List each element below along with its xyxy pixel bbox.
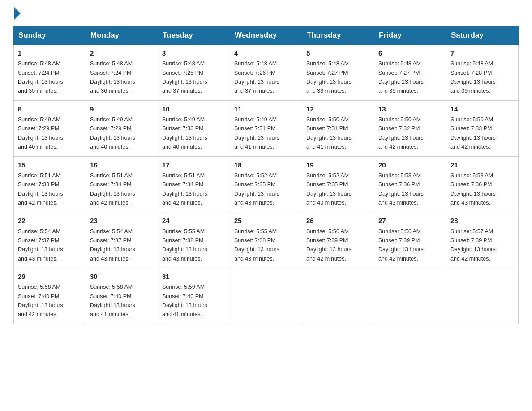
header-friday: Friday [374,26,446,45]
day-number: 18 [234,160,298,170]
day-info: Sunrise: 5:56 AMSunset: 7:39 PMDaylight:… [306,228,352,262]
day-number: 31 [162,271,226,282]
calendar-week-row: 29Sunrise: 5:58 AMSunset: 7:40 PMDayligh… [14,268,519,324]
day-info: Sunrise: 5:49 AMSunset: 7:30 PMDaylight:… [162,116,207,150]
day-number: 20 [378,160,442,170]
calendar-cell: 8Sunrise: 5:49 AMSunset: 7:29 PMDaylight… [14,100,86,156]
day-info: Sunrise: 5:54 AMSunset: 7:37 PMDaylight:… [18,228,63,262]
day-info: Sunrise: 5:52 AMSunset: 7:35 PMDaylight:… [306,172,352,206]
calendar-week-row: 8Sunrise: 5:49 AMSunset: 7:29 PMDaylight… [14,100,519,156]
calendar-cell: 1Sunrise: 5:48 AMSunset: 7:24 PMDaylight… [14,45,86,101]
calendar-cell: 3Sunrise: 5:48 AMSunset: 7:25 PMDaylight… [158,45,230,101]
calendar-week-row: 22Sunrise: 5:54 AMSunset: 7:37 PMDayligh… [14,212,519,268]
day-number: 24 [162,215,226,226]
calendar-cell: 25Sunrise: 5:55 AMSunset: 7:38 PMDayligh… [230,212,302,268]
day-info: Sunrise: 5:55 AMSunset: 7:38 PMDaylight:… [162,228,207,262]
day-info: Sunrise: 5:58 AMSunset: 7:40 PMDaylight:… [18,284,63,317]
day-info: Sunrise: 5:48 AMSunset: 7:27 PMDaylight:… [378,60,424,94]
day-number: 5 [306,48,370,58]
day-info: Sunrise: 5:51 AMSunset: 7:34 PMDaylight:… [162,172,207,206]
day-info: Sunrise: 5:48 AMSunset: 7:28 PMDaylight:… [450,60,496,94]
day-info: Sunrise: 5:48 AMSunset: 7:24 PMDaylight:… [18,60,63,94]
calendar-cell: 6Sunrise: 5:48 AMSunset: 7:27 PMDaylight… [374,45,446,101]
day-info: Sunrise: 5:53 AMSunset: 7:36 PMDaylight:… [378,172,424,206]
day-number: 7 [450,48,514,58]
calendar-cell: 18Sunrise: 5:52 AMSunset: 7:35 PMDayligh… [230,156,302,212]
day-number: 3 [162,48,226,58]
calendar-cell: 2Sunrise: 5:48 AMSunset: 7:24 PMDaylight… [86,45,158,101]
calendar-cell: 28Sunrise: 5:57 AMSunset: 7:39 PMDayligh… [446,212,519,268]
day-info: Sunrise: 5:55 AMSunset: 7:38 PMDaylight:… [234,228,279,262]
calendar-cell: 4Sunrise: 5:48 AMSunset: 7:26 PMDaylight… [230,45,302,101]
calendar-cell: 14Sunrise: 5:50 AMSunset: 7:33 PMDayligh… [446,100,519,156]
day-info: Sunrise: 5:48 AMSunset: 7:24 PMDaylight:… [90,60,135,94]
calendar-cell: 9Sunrise: 5:49 AMSunset: 7:29 PMDaylight… [86,100,158,156]
day-info: Sunrise: 5:56 AMSunset: 7:39 PMDaylight:… [378,228,424,262]
calendar-cell: 12Sunrise: 5:50 AMSunset: 7:31 PMDayligh… [302,100,374,156]
header-monday: Monday [86,26,158,45]
day-info: Sunrise: 5:58 AMSunset: 7:40 PMDaylight:… [90,284,135,317]
calendar-cell: 22Sunrise: 5:54 AMSunset: 7:37 PMDayligh… [14,212,86,268]
day-info: Sunrise: 5:49 AMSunset: 7:29 PMDaylight:… [90,116,135,150]
calendar-cell: 13Sunrise: 5:50 AMSunset: 7:32 PMDayligh… [374,100,446,156]
day-info: Sunrise: 5:50 AMSunset: 7:33 PMDaylight:… [450,116,496,150]
calendar-cell [302,268,374,324]
calendar-cell: 5Sunrise: 5:48 AMSunset: 7:27 PMDaylight… [302,45,374,101]
header-thursday: Thursday [302,26,374,45]
day-number: 22 [18,215,82,226]
calendar-week-row: 15Sunrise: 5:51 AMSunset: 7:33 PMDayligh… [14,156,519,212]
calendar-cell: 11Sunrise: 5:49 AMSunset: 7:31 PMDayligh… [230,100,302,156]
day-number: 6 [378,48,442,58]
day-info: Sunrise: 5:50 AMSunset: 7:32 PMDaylight:… [378,116,424,150]
day-info: Sunrise: 5:57 AMSunset: 7:39 PMDaylight:… [450,228,496,262]
day-number: 11 [234,104,298,114]
day-info: Sunrise: 5:53 AMSunset: 7:36 PMDaylight:… [450,172,496,206]
calendar-cell: 27Sunrise: 5:56 AMSunset: 7:39 PMDayligh… [374,212,446,268]
calendar-cell: 31Sunrise: 5:59 AMSunset: 7:40 PMDayligh… [158,268,230,324]
calendar-cell: 21Sunrise: 5:53 AMSunset: 7:36 PMDayligh… [446,156,519,212]
calendar-cell: 24Sunrise: 5:55 AMSunset: 7:38 PMDayligh… [158,212,230,268]
day-info: Sunrise: 5:48 AMSunset: 7:25 PMDaylight:… [162,60,207,94]
calendar-header-row: SundayMondayTuesdayWednesdayThursdayFrid… [14,26,519,45]
day-number: 9 [90,104,154,114]
calendar-cell [374,268,446,324]
day-number: 8 [18,104,82,114]
calendar-cell: 10Sunrise: 5:49 AMSunset: 7:30 PMDayligh… [158,100,230,156]
day-number: 17 [162,160,226,170]
day-number: 28 [450,215,514,226]
calendar-cell [230,268,302,324]
day-info: Sunrise: 5:59 AMSunset: 7:40 PMDaylight:… [162,284,207,317]
day-number: 25 [234,215,298,226]
logo [13,9,21,18]
day-number: 19 [306,160,370,170]
calendar-table: SundayMondayTuesdayWednesdayThursdayFrid… [13,26,519,324]
day-info: Sunrise: 5:48 AMSunset: 7:26 PMDaylight:… [234,60,279,94]
day-number: 10 [162,104,226,114]
header-tuesday: Tuesday [158,26,230,45]
day-number: 23 [90,215,154,226]
day-number: 12 [306,104,370,114]
day-number: 16 [90,160,154,170]
day-info: Sunrise: 5:51 AMSunset: 7:34 PMDaylight:… [90,172,135,206]
calendar-cell: 15Sunrise: 5:51 AMSunset: 7:33 PMDayligh… [14,156,86,212]
day-number: 27 [378,215,442,226]
calendar-cell: 26Sunrise: 5:56 AMSunset: 7:39 PMDayligh… [302,212,374,268]
calendar-cell [446,268,519,324]
day-number: 29 [18,271,82,282]
day-number: 26 [306,215,370,226]
calendar-cell: 20Sunrise: 5:53 AMSunset: 7:36 PMDayligh… [374,156,446,212]
day-number: 2 [90,48,154,58]
day-info: Sunrise: 5:49 AMSunset: 7:29 PMDaylight:… [18,116,63,150]
day-info: Sunrise: 5:48 AMSunset: 7:27 PMDaylight:… [306,60,352,94]
header-saturday: Saturday [446,26,519,45]
day-info: Sunrise: 5:50 AMSunset: 7:31 PMDaylight:… [306,116,352,150]
day-info: Sunrise: 5:52 AMSunset: 7:35 PMDaylight:… [234,172,279,206]
calendar-cell: 23Sunrise: 5:54 AMSunset: 7:37 PMDayligh… [86,212,158,268]
day-number: 21 [450,160,514,170]
day-number: 14 [450,104,514,114]
calendar-cell: 19Sunrise: 5:52 AMSunset: 7:35 PMDayligh… [302,156,374,212]
calendar-cell: 29Sunrise: 5:58 AMSunset: 7:40 PMDayligh… [14,268,86,324]
calendar-week-row: 1Sunrise: 5:48 AMSunset: 7:24 PMDaylight… [14,45,519,101]
page-header [13,9,519,18]
day-number: 30 [90,271,154,282]
